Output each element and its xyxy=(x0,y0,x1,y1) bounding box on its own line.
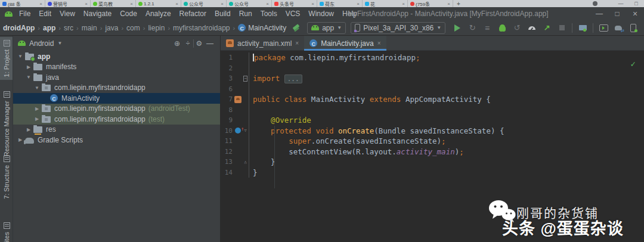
build-hammer-icon[interactable] xyxy=(292,23,301,33)
layout-gutter-icon[interactable] xyxy=(234,96,242,103)
code-line[interactable]: 7public class MainActivity extends AppCo… xyxy=(221,94,644,105)
menu-build[interactable]: Build xyxy=(210,7,235,20)
browser-tab[interactable]: 公众号× xyxy=(181,0,227,7)
tool-window-button----structure[interactable]: 7: Structure xyxy=(0,153,13,202)
close-icon[interactable]: × xyxy=(357,1,360,7)
tree-row[interactable]: MainActivity xyxy=(13,93,220,104)
tree-row[interactable]: ▶com.liepin.myfirstandroidapp(androidTes… xyxy=(13,104,220,114)
browser-minimize-button[interactable]: — xyxy=(613,1,628,7)
menu-navigate[interactable]: Navigate xyxy=(79,7,116,20)
browser-tab[interactable]: 菜鸟教× xyxy=(91,0,136,7)
run-icon[interactable] xyxy=(453,23,462,33)
profile-icon[interactable] xyxy=(527,23,537,33)
device-select[interactable]: Pixel_3a_API_30_x86 ▼ xyxy=(351,22,445,34)
breadcrumb-item[interactable]: src xyxy=(64,24,73,32)
editor-tab[interactable]: activity_main.xml× xyxy=(221,36,304,51)
hide-icon[interactable]: — xyxy=(205,39,215,48)
editor-tab[interactable]: MainActivity.java× xyxy=(304,36,386,51)
breadcrumb-item[interactable]: main xyxy=(82,24,97,32)
code-line[interactable]: 12 setContentView(R.layout.activity_main… xyxy=(221,147,644,157)
tree-row[interactable]: ▼app xyxy=(13,51,220,62)
close-icon[interactable]: × xyxy=(85,1,88,7)
close-icon[interactable]: × xyxy=(402,1,405,7)
menu-refactor[interactable]: Refactor xyxy=(175,7,210,20)
browser-tab[interactable]: (88 条× xyxy=(0,0,45,7)
device-manager-icon[interactable] xyxy=(628,23,638,33)
breadcrumb-item[interactable]: myfirstandroidapp xyxy=(173,24,230,32)
close-icon[interactable]: × xyxy=(130,1,133,7)
expanded-arrow-icon[interactable]: ▼ xyxy=(33,85,41,91)
code-editor[interactable]: ✓ 1package com.liepin.myfirstandroidapp;… xyxy=(221,51,644,242)
tool-window-button-resource-manager[interactable]: Resource Manager xyxy=(0,88,13,160)
code-line[interactable]: 1package com.liepin.myfirstandroidapp; xyxy=(221,52,644,63)
code-line[interactable]: 9 @Override xyxy=(221,115,644,126)
breadcrumb-item[interactable]: java xyxy=(105,24,118,32)
attach-debugger-icon[interactable] xyxy=(542,23,552,33)
settings-icon[interactable]: ⚙ xyxy=(194,39,205,48)
expanded-arrow-icon[interactable]: ▼ xyxy=(17,54,24,59)
breadcrumb-item[interactable]: com xyxy=(126,24,140,32)
breadcrumb-item[interactable]: droidApp xyxy=(3,24,35,32)
menu-analyze[interactable]: Analyze xyxy=(141,7,175,20)
window-minimize-button[interactable]: — xyxy=(590,7,608,20)
breadcrumb-item[interactable]: liepin xyxy=(148,24,165,32)
browser-tab[interactable]: (759条× xyxy=(408,0,453,7)
menu-file[interactable]: File xyxy=(15,7,35,20)
code-line[interactable]: 3−import ... xyxy=(221,73,644,84)
code-line[interactable]: 8 xyxy=(221,105,644,116)
menu-view[interactable]: View xyxy=(55,7,79,20)
code-line[interactable]: 10▽ protected void onCreate(Bundle saved… xyxy=(221,126,644,136)
browser-avatar-icon[interactable] xyxy=(593,1,597,6)
project-view-selector[interactable]: Android xyxy=(29,39,54,48)
fold-collapse-icon[interactable]: − xyxy=(243,76,247,82)
code-line[interactable]: 13△ } xyxy=(221,157,644,167)
window-close-button[interactable]: × xyxy=(626,7,644,20)
tree-row[interactable]: ▼com.liepin.myfirstandroidapp xyxy=(13,83,220,94)
code-line[interactable]: 2 xyxy=(221,63,644,74)
expanded-arrow-icon[interactable]: ▼ xyxy=(25,75,32,80)
close-icon[interactable]: × xyxy=(295,40,299,46)
menu-tools[interactable]: Tools xyxy=(256,7,281,20)
apply-code-changes-icon[interactable] xyxy=(482,23,492,33)
tree-row[interactable]: ▶manifests xyxy=(13,62,220,73)
browser-tab[interactable]: 荷东× xyxy=(317,0,363,7)
apply-changes-icon[interactable] xyxy=(467,23,477,33)
tree-row[interactable]: ▼java xyxy=(13,72,220,83)
close-icon[interactable]: × xyxy=(175,1,178,7)
stop-icon[interactable] xyxy=(557,23,566,33)
breadcrumb-item[interactable]: app xyxy=(43,24,55,32)
debug-icon[interactable] xyxy=(497,23,507,33)
browser-maximize-button[interactable]: □ xyxy=(628,1,644,7)
close-icon[interactable]: × xyxy=(39,1,42,7)
tree-row[interactable]: ▶com.liepin.myfirstandroidapp(test) xyxy=(13,114,220,125)
browser-new-tab-button[interactable]: + xyxy=(453,1,464,7)
collapsed-arrow-icon[interactable]: ▶ xyxy=(33,106,41,111)
browser-tab[interactable]: 公众号× xyxy=(227,0,272,7)
code-line[interactable]: 14} xyxy=(221,167,644,178)
browser-tab[interactable]: 营销号× xyxy=(45,0,91,7)
close-icon[interactable]: × xyxy=(377,40,381,46)
menu-edit[interactable]: Edit xyxy=(35,7,55,20)
inspections-status-icon[interactable]: ✓ xyxy=(631,59,636,69)
browser-tab[interactable]: 头条号× xyxy=(272,0,317,7)
code-line[interactable]: 11 super.onCreate(savedInstanceState); xyxy=(221,136,644,147)
close-icon[interactable]: × xyxy=(221,1,224,7)
logcat-icon[interactable] xyxy=(599,23,608,33)
menu-code[interactable]: Code xyxy=(116,7,141,20)
close-icon[interactable]: × xyxy=(447,1,450,7)
collapsed-arrow-icon[interactable]: ▶ xyxy=(17,137,24,142)
menu-run[interactable]: Run xyxy=(235,7,256,20)
close-icon[interactable]: × xyxy=(266,1,269,7)
tool-window-button-favorites[interactable]: Favorites xyxy=(0,219,13,242)
collapsed-arrow-icon[interactable]: ▶ xyxy=(25,127,32,132)
window-maximize-button[interactable]: □ xyxy=(608,7,626,20)
code-line[interactable]: 6 xyxy=(221,84,644,95)
menu-vcs[interactable]: VCS xyxy=(281,7,305,20)
close-icon[interactable]: × xyxy=(311,1,314,7)
collapse-all-icon[interactable]: ÷ xyxy=(182,39,193,48)
menu-window[interactable]: Window xyxy=(304,7,338,20)
run-configuration-select[interactable]: app ▼ xyxy=(307,22,346,34)
locate-icon[interactable]: ⊕ xyxy=(172,39,182,48)
collapsed-arrow-icon[interactable]: ▶ xyxy=(33,116,41,122)
attach-profiler-icon[interactable] xyxy=(512,23,522,33)
